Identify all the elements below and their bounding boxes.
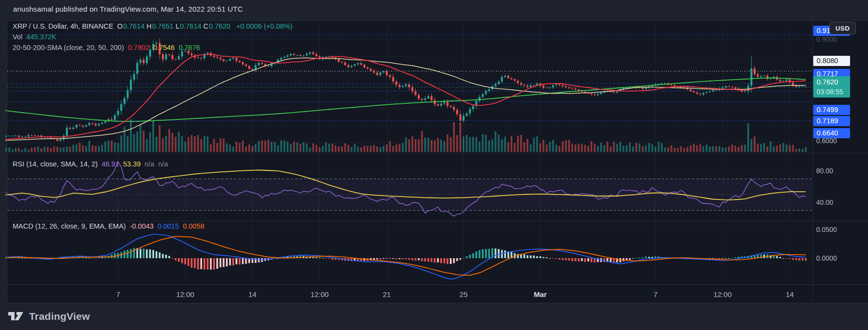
macd-pane[interactable]: [7, 221, 812, 284]
price-level-label: 0.7189: [813, 116, 850, 126]
axis-tick-label: 40.00: [816, 198, 833, 206]
rsi-title: RSI (14, close, SMA, 14, 2): [13, 160, 98, 168]
axis-tick-label: 0.0000: [816, 254, 837, 262]
sma-value: 0.7676: [178, 44, 200, 51]
time-tick-label: 21: [383, 290, 391, 298]
time-tick-label: 7: [116, 290, 120, 298]
tradingview-logo-icon: [8, 310, 24, 323]
macd-value: -0.0043: [130, 222, 154, 230]
macd-value: 0.0058: [183, 222, 204, 230]
symbol-title: XRP / U.S. Dollar, 4h, BINANCE: [13, 22, 113, 30]
volume-label: Vol: [13, 33, 22, 41]
macd-value: 0.0015: [158, 222, 179, 230]
macd-title: MACD (12, 26, close, 9, EMA, EMA): [13, 222, 126, 230]
rsi-values: 46.9153.39n/an/a: [102, 160, 172, 168]
change-value: +0.0006 (+0.08%): [236, 22, 292, 30]
time-tick-label: Mar: [534, 290, 547, 298]
rsi-value: n/a: [158, 160, 168, 168]
footer-brand-text: TradingView: [29, 311, 90, 322]
tradingview-snapshot: anushsamal published on TradingView.com,…: [0, 0, 868, 330]
current-price-label: 0.762003:08:55: [813, 76, 850, 98]
sma-title: 20-50-200-SMA (close, 20, 50, 200): [13, 44, 124, 51]
ohlc-pair: H0.7651: [146, 22, 174, 30]
ohlc-values: O0.7614H0.7651L0.7614C0.7620: [117, 22, 233, 30]
time-tick-label: 12:00: [713, 290, 732, 298]
time-tick-label: 14: [248, 290, 256, 298]
ohlc-pair: O0.7614: [117, 22, 145, 30]
rsi-legend-row: RSI (14, close, SMA, 14, 2) 46.9153.39n/…: [13, 160, 172, 168]
bar-close-countdown: 03:08:55: [817, 87, 843, 97]
main-price-pane[interactable]: [7, 21, 812, 152]
sma-values: 0.78020.75460.7676: [128, 44, 204, 51]
volume-legend-row: Vol 445.372K: [13, 33, 56, 41]
rsi-value: 46.91: [102, 160, 119, 168]
rsi-value: n/a: [144, 160, 154, 168]
time-tick-label: 12:00: [176, 290, 194, 298]
time-tick-label: 7: [653, 290, 657, 298]
time-axis[interactable]: [7, 285, 812, 303]
ohlc-pair: C0.7620: [204, 22, 231, 30]
axis-tick-label: 0.9000: [816, 35, 837, 43]
currency-toggle-button[interactable]: USD: [829, 22, 856, 34]
axis-tick-label: 0.0500: [816, 226, 837, 233]
macd-values: -0.00430.00150.0058: [130, 222, 208, 230]
price-level-label: 0.7499: [813, 105, 850, 115]
macd-legend-row: MACD (12, 26, close, 9, EMA, EMA) -0.004…: [13, 222, 208, 230]
price-level-label: 0.8080: [813, 56, 850, 66]
sma-value: 0.7802: [128, 44, 149, 51]
time-tick-label: 25: [459, 290, 468, 298]
footer-brand[interactable]: TradingView: [8, 310, 90, 323]
volume-value: 445.372K: [26, 33, 56, 41]
time-tick-label: 12:00: [311, 290, 329, 298]
sma-value: 0.7546: [153, 44, 174, 51]
time-tick-label: 14: [786, 290, 794, 298]
price-level-label: 0.6640: [813, 128, 850, 138]
symbol-legend-row: XRP / U.S. Dollar, 4h, BINANCE O0.7614H0…: [13, 22, 293, 30]
ohlc-pair: L0.7614: [175, 22, 201, 30]
rsi-value: 53.39: [123, 160, 141, 168]
axis-tick-label: 80.00: [816, 167, 833, 175]
sma-legend-row: 20-50-200-SMA (close, 20, 50, 200) 0.780…: [13, 44, 204, 51]
